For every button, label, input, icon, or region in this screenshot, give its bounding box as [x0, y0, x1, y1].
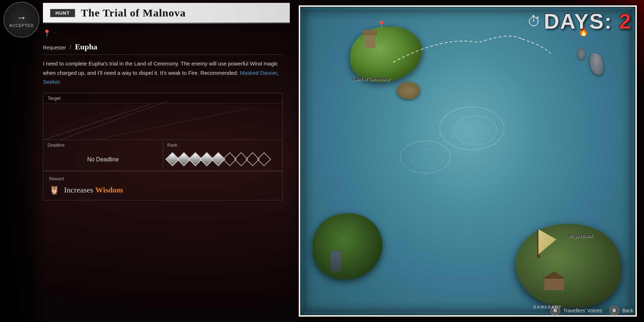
rock-2	[577, 48, 585, 59]
left-panel: → Accepted Hunt The Trial of Malnova 📍 ·…	[0, 0, 293, 322]
back-label: Back	[622, 308, 633, 313]
virga-label: Virga Island	[568, 233, 592, 238]
deadline-label: Deadline	[48, 143, 158, 148]
rank-label: Rank	[167, 143, 278, 148]
back-btn[interactable]: B Back	[609, 306, 633, 316]
deadline-rank-row: Deadline No Deadline Rank	[43, 140, 282, 171]
btn-b-icon-2: B	[609, 306, 619, 316]
deadline-value: No Deadline	[48, 151, 158, 168]
rank-diamonds-container	[167, 151, 278, 167]
quest-description: I need to complete Eupha's trial in the …	[43, 59, 283, 87]
title-bar: Hunt The Trial of Malnova	[43, 3, 290, 23]
reward-highlight-text: Wisdom	[95, 185, 123, 194]
svg-line-0	[43, 104, 151, 140]
rank-section: Rank	[163, 140, 283, 171]
quest-title: The Trial of Malnova	[81, 7, 186, 19]
travellers-voices-label: Travellers' Voices	[563, 308, 602, 313]
arrow-right-icon: →	[16, 12, 26, 23]
recommended-link-1[interactable]: Masked Dancer	[240, 70, 277, 76]
deadline-section: Deadline No Deadline	[43, 140, 163, 171]
quest-details-grid: Target Deadline No Deadline Rank	[43, 93, 283, 200]
days-label: DAYS:	[544, 9, 612, 33]
location-row: 📍 ·	[43, 29, 283, 37]
title-underline	[43, 23, 290, 24]
reward-label: Reward	[49, 176, 277, 181]
ceremony-label: Land of Ceremony	[352, 77, 390, 82]
requester-name: Eupha	[75, 42, 97, 52]
location-pin-icon: 📍	[43, 29, 51, 37]
rank-diamond-9	[257, 152, 271, 166]
recommended-link-2[interactable]: Seeker	[43, 79, 60, 85]
requester-label: Requester	[43, 45, 66, 50]
right-panel: ⏱ DAYS: 2	[293, 0, 644, 322]
target-section: Target	[43, 93, 282, 140]
reward-section: Reward 🦉 Increases Wisdom	[43, 171, 282, 200]
target-header: Target	[43, 93, 282, 103]
reward-text: Increases Wisdom	[64, 185, 123, 195]
days-number: 2	[619, 9, 631, 33]
svg-line-1	[50, 101, 169, 140]
days-counter: ⏱ DAYS: 2	[527, 9, 631, 34]
requester-row: Requester / Eupha	[43, 42, 283, 55]
ceremony-location-pin: 📍	[377, 20, 386, 29]
reward-icon: 🦉	[49, 185, 60, 195]
bottom-bar: GAMERANT B Travellers' Voices B Back	[550, 306, 633, 316]
quest-type-label: Hunt	[50, 9, 75, 17]
requester-slash: /	[70, 44, 72, 51]
main-container: → Accepted Hunt The Trial of Malnova 📍 ·…	[0, 0, 644, 322]
accepted-status-text: Accepted	[9, 23, 34, 28]
watermark: GAMERANT	[533, 305, 562, 309]
timer-icon: ⏱	[527, 14, 541, 29]
location-dots: ·	[54, 30, 55, 36]
days-display: DAYS: 2	[544, 9, 631, 34]
map-container: 📍 Land of Ceremony Virga I	[299, 5, 637, 317]
accepted-badge: → Accepted	[4, 2, 39, 38]
island-small	[397, 82, 420, 99]
quest-info-area: 📍 · Requester / Eupha I need to complete…	[43, 29, 283, 87]
reward-content: 🦉 Increases Wisdom	[49, 185, 277, 195]
svg-line-2	[61, 108, 251, 140]
